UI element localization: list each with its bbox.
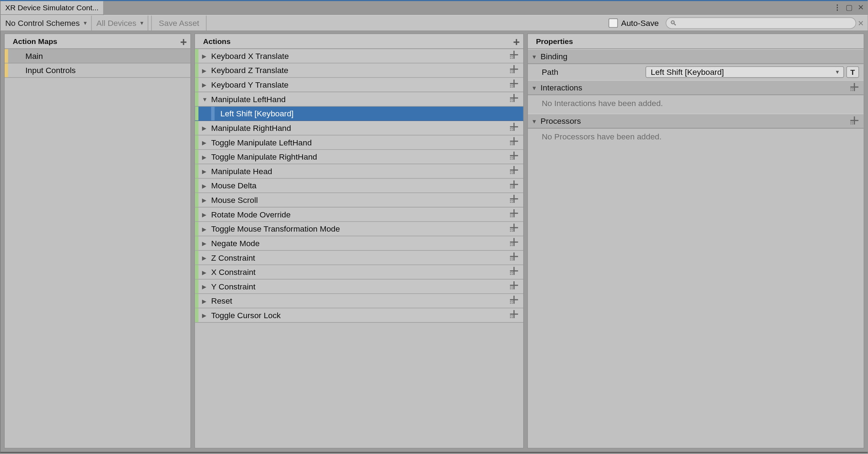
path-dropdown[interactable]: Left Shift [Keyboard] ▼ <box>645 66 844 78</box>
action-row[interactable]: ▶Toggle Manipulate LeftHand <box>195 135 523 150</box>
action-row[interactable]: ▶Toggle Cursor Lock <box>195 308 523 323</box>
add-action-button[interactable]: + <box>513 36 520 49</box>
chevron-right-icon[interactable]: ▶ <box>202 139 208 145</box>
action-label: Manipulate LeftHand <box>210 95 286 104</box>
color-stripe <box>195 179 198 193</box>
chevron-right-icon[interactable]: ▶ <box>202 197 208 203</box>
listen-button[interactable]: T <box>846 66 859 78</box>
action-label: Keyboard X Translate <box>210 51 289 61</box>
action-row[interactable]: ▶Negate Mode <box>195 236 523 251</box>
color-stripe <box>195 222 198 236</box>
chevron-right-icon[interactable]: ▶ <box>202 269 208 275</box>
plus-icon <box>509 151 519 160</box>
add-interaction-button[interactable] <box>850 82 859 93</box>
action-row[interactable]: ▶Toggle Manipulate RightHand <box>195 150 523 165</box>
chevron-right-icon[interactable]: ▶ <box>202 240 208 247</box>
chevron-right-icon[interactable]: ▶ <box>202 168 208 175</box>
color-stripe <box>195 265 198 279</box>
action-row[interactable]: ▶Keyboard Z Translate <box>195 63 523 78</box>
chevron-right-icon[interactable]: ▶ <box>202 53 208 59</box>
action-maps-title: Action Maps <box>13 37 58 45</box>
add-binding-button[interactable] <box>509 151 519 162</box>
chevron-right-icon[interactable]: ▶ <box>202 226 208 232</box>
plus-icon <box>509 93 519 103</box>
add-binding-button[interactable] <box>509 310 519 321</box>
asset-tab[interactable]: XR Device Simulator Cont... <box>1 1 104 15</box>
plus-icon <box>509 137 519 146</box>
action-row[interactable]: ▶Reset <box>195 294 523 309</box>
add-binding-button[interactable] <box>509 180 519 191</box>
add-binding-button[interactable] <box>509 93 519 104</box>
action-row[interactable]: ▶Mouse Scroll <box>195 193 523 207</box>
chevron-right-icon[interactable]: ▶ <box>202 125 208 131</box>
add-binding-button[interactable] <box>509 252 519 263</box>
action-label: Manipulate Head <box>210 167 272 176</box>
binding-row[interactable]: Left Shift [Keyboard] <box>195 107 523 121</box>
add-binding-button[interactable] <box>509 165 519 176</box>
chevron-right-icon[interactable]: ▶ <box>202 154 208 160</box>
add-binding-button[interactable] <box>509 281 519 292</box>
action-row[interactable]: ▶Manipulate Head <box>195 164 523 179</box>
action-map-row[interactable]: Main <box>5 49 190 63</box>
add-binding-button[interactable] <box>509 295 519 306</box>
binding-section-header[interactable]: ▼ Binding <box>528 49 864 64</box>
chevron-right-icon[interactable]: ▶ <box>202 82 208 88</box>
action-map-row[interactable]: Input Controls <box>5 63 190 78</box>
add-binding-button[interactable] <box>509 65 519 76</box>
interactions-section-header[interactable]: ▼ Interactions <box>528 80 864 95</box>
processors-section-header[interactable]: ▼ Processors <box>528 114 864 128</box>
chevron-right-icon[interactable]: ▶ <box>202 283 208 290</box>
search-field[interactable] <box>679 19 852 27</box>
control-schemes-dropdown[interactable]: No Control Schemes ▼ <box>1 16 92 31</box>
search-input[interactable]: 🔍︎ <box>666 17 856 29</box>
devices-dropdown[interactable]: All Devices ▼ <box>92 16 149 31</box>
add-binding-button[interactable] <box>509 238 519 249</box>
action-row[interactable]: ▶Keyboard X Translate <box>195 49 523 63</box>
maximize-icon[interactable]: ▢ <box>845 2 854 12</box>
action-row[interactable]: ▶Manipulate RightHand <box>195 121 523 135</box>
action-label: Toggle Manipulate RightHand <box>210 152 317 161</box>
clear-search-icon[interactable]: ✕ <box>858 19 864 27</box>
action-row[interactable]: ▶Y Constraint <box>195 279 523 294</box>
chevron-right-icon[interactable]: ▶ <box>202 211 208 218</box>
chevron-right-icon[interactable]: ▶ <box>202 298 208 304</box>
save-asset-button[interactable]: Save Asset <box>152 16 207 31</box>
color-stripe <box>5 63 8 77</box>
chevron-down-icon: ▼ <box>531 118 537 124</box>
add-binding-button[interactable] <box>509 209 519 220</box>
action-row[interactable]: ▶Keyboard Y Translate <box>195 78 523 92</box>
color-stripe <box>195 236 198 250</box>
chevron-right-icon[interactable]: ▶ <box>202 254 208 261</box>
action-label: Z Constraint <box>210 253 255 262</box>
add-action-map-button[interactable]: + <box>180 36 187 49</box>
context-menu-icon[interactable]: ⋮ <box>833 2 842 12</box>
action-label: X Constraint <box>210 267 256 277</box>
plus-icon <box>509 252 519 261</box>
auto-save-toggle[interactable]: Auto-Save <box>604 16 664 31</box>
add-processor-button[interactable] <box>850 116 859 127</box>
plus-icon <box>850 82 859 92</box>
add-binding-button[interactable] <box>509 223 519 234</box>
action-row[interactable]: ▶Mouse Delta <box>195 179 523 193</box>
path-row: Path Left Shift [Keyboard] ▼ T <box>528 64 864 80</box>
add-binding-button[interactable] <box>509 79 519 90</box>
tab-bar: XR Device Simulator Cont... ⋮ ▢ ✕ <box>1 1 868 15</box>
auto-save-label: Auto-Save <box>621 18 659 28</box>
add-binding-button[interactable] <box>509 50 519 61</box>
action-row[interactable]: ▶Z Constraint <box>195 251 523 265</box>
action-row[interactable]: ▶Toggle Mouse Transformation Mode <box>195 222 523 237</box>
add-binding-button[interactable] <box>509 266 519 277</box>
action-row[interactable]: ▶X Constraint <box>195 265 523 280</box>
add-binding-button[interactable] <box>509 137 519 148</box>
add-binding-button[interactable] <box>509 122 519 133</box>
chevron-right-icon[interactable]: ▶ <box>202 67 208 73</box>
color-stripe <box>195 207 198 221</box>
action-row[interactable]: ▶Rotate Mode Override <box>195 207 523 222</box>
close-icon[interactable]: ✕ <box>856 2 866 12</box>
chevron-down-icon[interactable]: ▼ <box>202 96 208 103</box>
chevron-right-icon[interactable]: ▶ <box>202 312 208 319</box>
add-binding-button[interactable] <box>509 194 519 205</box>
plus-icon <box>509 223 519 232</box>
action-row[interactable]: ▼Manipulate LeftHand <box>195 92 523 107</box>
chevron-right-icon[interactable]: ▶ <box>202 182 208 189</box>
